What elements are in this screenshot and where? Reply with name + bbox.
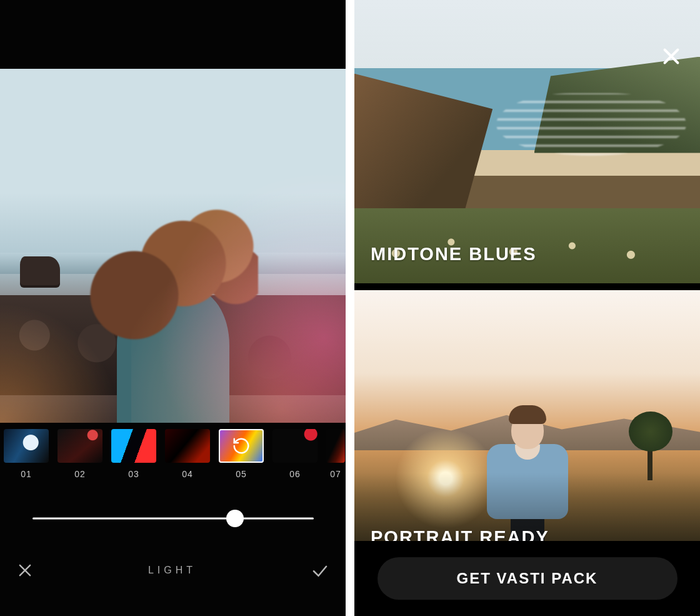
filter-item-01[interactable]: 01 [4,429,49,494]
filter-strip: 01 02 03 04 [0,423,346,494]
filter-thumb [111,429,156,463]
filter-label: 04 [165,469,210,479]
filter-label: 05 [219,469,264,479]
filter-thumb [219,429,264,463]
preset-panel: MIDTONE BLUES PORTRAIT READY GET VASTI P… [354,0,700,616]
filter-label: 07 [326,469,345,479]
adjust-mode-label: LIGHT [148,565,196,576]
editor-topbar [0,0,346,69]
filter-label: 06 [272,469,318,479]
slider-track [32,518,314,520]
preset-card-midtone-blues[interactable]: MIDTONE BLUES [354,0,700,283]
filter-label: 01 [4,469,49,479]
slider-thumb[interactable] [226,510,244,527]
editor-panel: 01 02 03 04 [0,0,346,616]
filter-item-07[interactable]: 07 [326,429,345,494]
preset-card-portrait-ready[interactable]: PORTRAIT READY [354,290,700,567]
filter-thumb [165,429,210,463]
filter-thumb [326,429,345,463]
filter-item-05[interactable]: 05 [219,429,264,494]
editor-photo-preview[interactable] [0,69,346,423]
preset-title: MIDTONE BLUES [371,244,537,265]
filter-label: 02 [58,469,102,479]
filter-item-02[interactable]: 02 [58,429,102,494]
filter-thumb [4,429,49,463]
cta-bar: GET VASTI PACK [354,541,700,616]
close-button[interactable] [660,45,682,70]
intensity-slider[interactable] [32,510,314,527]
reset-icon [219,429,264,463]
filter-item-04[interactable]: 04 [165,429,210,494]
intensity-slider-area [0,494,346,543]
filter-item-03[interactable]: 03 [111,429,156,494]
filter-thumb [272,429,318,463]
get-pack-button[interactable]: GET VASTI PACK [378,557,678,600]
filter-item-06[interactable]: 06 [272,429,318,494]
editor-bottom-bar: LIGHT [0,543,346,598]
confirm-button[interactable] [311,561,329,580]
cancel-button[interactable] [16,562,34,579]
filter-label: 03 [111,469,156,479]
filter-thumb [58,429,102,463]
